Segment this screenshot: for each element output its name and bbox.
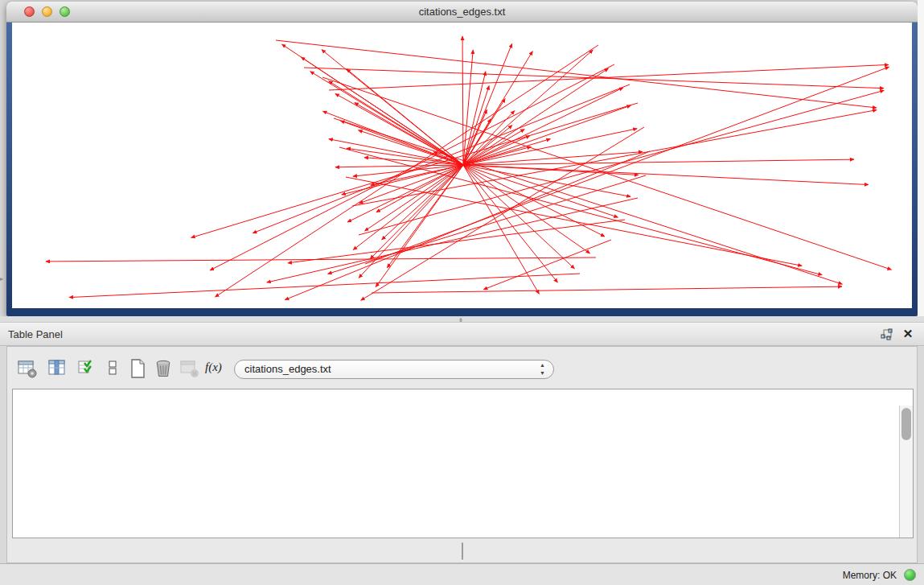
network-canvas-frame	[12, 23, 912, 308]
network-view-window: citations_edges.txt	[6, 2, 918, 316]
edge[interactable]	[463, 50, 473, 165]
edge[interactable]	[322, 77, 891, 270]
edge[interactable]	[347, 165, 463, 222]
function-builder-icon[interactable]: f(x)	[205, 360, 229, 384]
delete-table-icon[interactable]	[152, 356, 176, 381]
edge[interactable]	[322, 111, 463, 165]
edge[interactable]	[463, 130, 524, 165]
edge[interactable]	[210, 64, 614, 270]
edge[interactable]	[346, 177, 802, 266]
edge[interactable]	[329, 64, 889, 90]
edge[interactable]	[359, 165, 463, 278]
table-options-icon[interactable]	[15, 356, 39, 381]
float-panel-icon[interactable]	[881, 328, 893, 341]
window-titlebar[interactable]: citations_edges.txt	[6, 2, 918, 23]
split-handle-icon[interactable]: ▲▼	[456, 317, 466, 321]
edge[interactable]	[372, 286, 842, 293]
import-table-icon[interactable]	[178, 356, 202, 381]
edge[interactable]	[69, 274, 580, 298]
table-select-dropdown[interactable]: citations_edges.txt ▲▼	[234, 360, 554, 379]
edge[interactable]	[253, 84, 630, 233]
edge[interactable]	[276, 40, 877, 108]
dropdown-arrows-icon: ▲▼	[540, 361, 545, 377]
scrollbar-thumb[interactable]	[901, 408, 911, 440]
table-select-value: citations_edges.txt	[244, 363, 331, 375]
background-window-strip	[918, 0, 924, 322]
table-panel-title: Table Panel	[8, 328, 63, 340]
node-table	[12, 389, 914, 538]
edge[interactable]	[463, 165, 557, 282]
split-divider[interactable]: ▲▼	[0, 316, 924, 322]
edge[interactable]	[267, 198, 638, 282]
table-toolbar: f(x) citations_edges.txt ▲▼	[7, 355, 917, 384]
table-panel-body: f(x) citations_edges.txt ▲▼	[6, 346, 918, 563]
select-rows-icon[interactable]	[75, 356, 99, 381]
edge[interactable]	[46, 257, 596, 262]
network-canvas[interactable]	[12, 23, 912, 308]
table-tabs	[7, 542, 917, 562]
memory-status-icon[interactable]	[904, 569, 916, 581]
cytoscape-desktop: { "window": { "title": "citations_edges.…	[0, 0, 924, 585]
edge[interactable]	[301, 57, 463, 165]
table-panel-header: Table Panel ✕	[0, 322, 924, 346]
edge[interactable]	[462, 36, 463, 165]
edge[interactable]	[288, 220, 625, 263]
show-columns-icon[interactable]	[46, 356, 70, 381]
edge[interactable]	[463, 165, 590, 253]
status-bar: Memory: OK	[0, 563, 924, 585]
vertical-scrollbar[interactable]	[899, 406, 913, 538]
memory-status-label: Memory: OK	[843, 570, 897, 581]
close-panel-icon[interactable]: ✕	[901, 327, 914, 341]
row-height-icon[interactable]	[101, 356, 125, 381]
create-table-icon[interactable]	[126, 356, 150, 381]
window-title: citations_edges.txt	[6, 6, 918, 18]
edge[interactable]	[364, 165, 463, 231]
edge[interactable]	[483, 240, 611, 290]
panel-collapse-arrow[interactable]: ▸	[0, 274, 6, 283]
edge[interactable]	[334, 118, 842, 284]
